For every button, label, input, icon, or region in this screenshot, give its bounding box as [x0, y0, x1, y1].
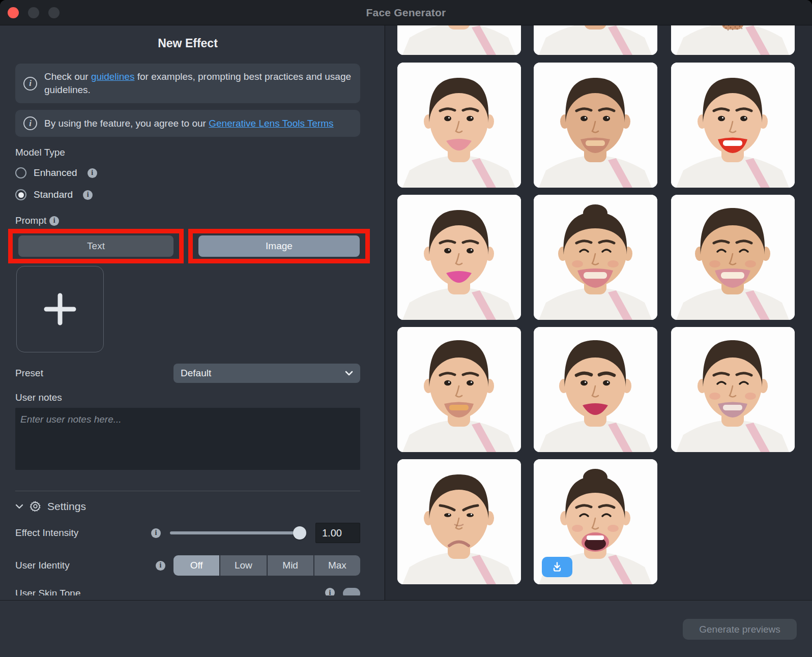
preview-tile-r3c1[interactable]	[397, 327, 521, 452]
effect-intensity-value[interactable]	[315, 523, 360, 543]
skin-tone-toggle[interactable]	[343, 588, 360, 595]
window-title: Face Generator	[366, 7, 446, 19]
download-button[interactable]	[542, 557, 572, 577]
slider-thumb[interactable]	[293, 526, 306, 540]
user-notes-label: User notes	[15, 392, 360, 403]
plus-icon	[37, 286, 83, 332]
info-icon[interactable]: i	[156, 561, 165, 571]
divider	[15, 491, 360, 491]
add-image-button[interactable]	[16, 266, 104, 352]
annotation-box-text: Text	[8, 229, 184, 263]
user-identity-segmented-control: OffLowMidMax	[173, 555, 360, 576]
radio-button[interactable]	[15, 167, 26, 178]
prompt-label: Prompt	[15, 215, 46, 226]
clipped-setting-row: User Skin Tone i	[15, 588, 360, 595]
zoom-window-button[interactable]	[48, 7, 60, 18]
model-type-label: Model Type	[15, 147, 360, 158]
slider-track[interactable]	[170, 531, 305, 534]
preview-tile-r2c1[interactable]	[397, 195, 521, 320]
preview-tile-r4c1[interactable]	[397, 459, 521, 584]
chevron-down-icon	[15, 504, 23, 509]
preview-grid-panel	[385, 25, 812, 600]
effect-intensity-slider[interactable]	[169, 523, 306, 543]
gear-icon	[29, 500, 42, 513]
minimize-window-button[interactable]	[28, 7, 39, 18]
preset-label: Preset	[15, 368, 173, 379]
segment-low[interactable]: Low	[219, 555, 266, 576]
notice-text: Check our guidelines for examples, promp…	[44, 70, 352, 97]
preview-tile-r2c2[interactable]	[534, 195, 657, 320]
guidelines-link[interactable]: guidelines	[91, 71, 135, 82]
terms-notice: i By using the feature, you agree to our…	[15, 110, 360, 137]
footer-bar: Generate previews	[0, 600, 812, 657]
user-skin-tone-label: User Skin Tone	[15, 588, 322, 595]
info-icon: i	[23, 77, 37, 91]
preview-tile-r3c2[interactable]	[534, 327, 657, 452]
preview-tile-r2c3[interactable]	[671, 195, 795, 320]
traffic-lights	[8, 7, 60, 18]
preview-tile-r3c3[interactable]	[671, 327, 795, 452]
user-notes-input[interactable]	[15, 408, 360, 470]
guidelines-notice: i Check our guidelines for examples, pro…	[15, 64, 360, 103]
preview-tile-r1c3[interactable]	[671, 63, 795, 188]
info-icon[interactable]: i	[83, 190, 93, 200]
info-icon[interactable]: i	[151, 528, 161, 538]
user-identity-label: User Identity	[15, 560, 153, 571]
chevron-down-icon	[345, 371, 353, 376]
generate-previews-button[interactable]: Generate previews	[683, 619, 797, 640]
segment-max[interactable]: Max	[313, 555, 360, 576]
text-button[interactable]: Text	[18, 235, 173, 257]
image-button[interactable]: Image	[198, 235, 360, 257]
preview-tile-p3[interactable]	[671, 25, 795, 55]
effect-settings-panel: New Effect i Check our guidelines for ex…	[0, 25, 384, 600]
radio-standard[interactable]: Standard i	[15, 188, 360, 202]
radio-enhanced[interactable]: Enhanced i	[15, 166, 360, 180]
segment-mid[interactable]: Mid	[267, 555, 313, 576]
preset-dropdown[interactable]: Default	[173, 364, 360, 383]
app-window: Face Generator New Effect i Check our gu…	[0, 0, 812, 657]
preview-tile-r4c2[interactable]	[534, 459, 657, 584]
effect-intensity-label: Effect Intensity	[15, 527, 148, 539]
terms-link[interactable]: Generative Lens Tools Terms	[209, 118, 333, 129]
info-icon: i	[23, 116, 37, 130]
info-icon[interactable]: i	[325, 588, 335, 595]
preview-tile-p1[interactable]	[397, 25, 521, 55]
close-window-button[interactable]	[8, 7, 19, 18]
annotation-box-image: Image	[188, 229, 370, 263]
radio-button[interactable]	[15, 189, 26, 200]
info-icon[interactable]: i	[88, 168, 97, 178]
prompt-mode-buttons: Text Image	[8, 229, 370, 263]
preview-tile-r1c2[interactable]	[534, 63, 657, 188]
info-icon[interactable]: i	[49, 216, 59, 226]
download-icon	[550, 560, 564, 574]
settings-section-header[interactable]: Settings	[15, 500, 360, 513]
page-title: New Effect	[15, 37, 360, 50]
title-bar: Face Generator	[0, 0, 812, 25]
preview-tile-p2[interactable]	[534, 25, 657, 55]
segment-off[interactable]: Off	[173, 555, 219, 576]
settings-label: Settings	[47, 500, 86, 513]
preview-tile-r1c1[interactable]	[397, 63, 521, 188]
notice-text: By using the feature, you agree to our G…	[44, 117, 334, 130]
